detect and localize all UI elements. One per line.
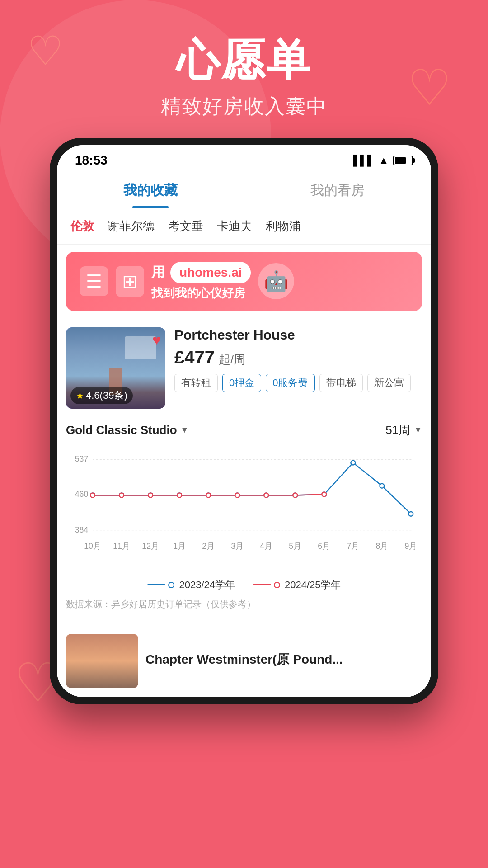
wifi-icon: ▲ (379, 155, 389, 166)
main-title: 心愿单 (0, 36, 488, 84)
tabs-bar: 我的收藏 我的看房 (57, 172, 431, 208)
tag-elevator: 带电梯 (319, 374, 363, 392)
banner-use-label: 用 (151, 263, 165, 282)
svg-text:537: 537 (75, 454, 89, 463)
svg-text:7月: 7月 (347, 541, 359, 550)
weeks-selector[interactable]: 51周 ▼ (385, 422, 422, 438)
banner-subtitle: 找到我的心仪好房 (151, 285, 251, 301)
weeks-label: 51周 (385, 422, 410, 438)
svg-text:460: 460 (75, 490, 89, 499)
sub-title: 精致好房收入囊中 (0, 93, 488, 120)
tag-fee: 0服务费 (266, 374, 314, 392)
svg-point-22 (206, 493, 211, 497)
city-london[interactable]: 伦敦 (70, 217, 94, 236)
svg-text:1月: 1月 (173, 541, 186, 550)
svg-text:5月: 5月 (289, 541, 301, 550)
header-section: 心愿单 精致好房收入囊中 (0, 0, 488, 138)
svg-point-18 (90, 493, 95, 497)
svg-text:9月: 9月 (404, 541, 417, 550)
banner-filter-icon: ☰ (80, 266, 108, 296)
city-filter: 伦敦 谢菲尔德 考文垂 卡迪夫 利物浦 (57, 208, 431, 245)
status-icons: ▌▌▌ ▲ (353, 155, 413, 166)
svg-text:4月: 4月 (260, 541, 272, 550)
property-card-2[interactable]: Chapter Westminster(原 Pound... (57, 625, 431, 697)
svg-point-24 (264, 493, 268, 497)
property-name-1: Portchester House (174, 327, 422, 343)
svg-point-17 (408, 511, 413, 516)
legend-label-blue: 2023/24学年 (179, 578, 235, 592)
banner-url: uhomes.ai (170, 262, 251, 283)
legend-dot-blue (168, 582, 174, 588)
chart-data-note: 数据来源：异乡好居历史订单记录（仅供参考） (66, 598, 422, 610)
legend-item-red: 2024/25学年 (253, 578, 341, 592)
legend-item-blue: 2023/24学年 (147, 578, 235, 592)
favorite-heart-icon[interactable]: ♥ (152, 332, 161, 349)
svg-point-20 (148, 493, 153, 497)
property-info-2: Chapter Westminster(原 Pound... (145, 651, 422, 671)
svg-text:2月: 2月 (202, 541, 215, 550)
rating-value: 4.6(39条) (86, 389, 127, 402)
banner-building-icon: ⊞ (116, 266, 144, 297)
chart-header: Gold Classic Studio ▼ 51周 ▼ (66, 422, 422, 438)
weeks-dropdown-icon: ▼ (414, 425, 422, 435)
property-img-2-bg (66, 634, 138, 688)
svg-point-15 (351, 460, 355, 465)
svg-point-19 (119, 493, 124, 497)
property-name-2: Chapter Westminster(原 Pound... (145, 651, 422, 668)
status-time: 18:53 (75, 153, 108, 168)
legend-label-red: 2024/25学年 (285, 578, 341, 592)
chart-svg: 537 460 384 (66, 445, 422, 572)
svg-text:384: 384 (75, 525, 89, 534)
svg-text:11月: 11月 (113, 541, 130, 550)
phone-mockup: 18:53 ▌▌▌ ▲ 我的收藏 我的看房 伦敦 (50, 138, 438, 704)
banner-row-1: 用 uhomes.ai (151, 262, 251, 283)
svg-text:3月: 3月 (231, 541, 244, 550)
price-suffix: 起/周 (219, 353, 245, 366)
banner-robot-icon: 🤖 (258, 263, 294, 299)
tab-my-collection[interactable]: 我的收藏 (57, 181, 244, 208)
price-amount: £477 (174, 347, 215, 367)
room-type-label: Gold Classic Studio (66, 423, 177, 437)
property-tags: 有转租 0押金 0服务费 带电梯 新公寓 (174, 374, 422, 392)
banner-text-content: 用 uhomes.ai 找到我的心仪好房 (151, 262, 251, 301)
property-main-content: ♥ ★ 4.6(39条) Portchester House £477 起/周 (66, 327, 422, 409)
property-price-1: £477 起/周 (174, 347, 422, 368)
svg-point-16 (380, 483, 384, 488)
tag-deposit: 0押金 (222, 374, 261, 392)
price-chart: 537 460 384 (66, 445, 422, 574)
tag-new: 新公寓 (367, 374, 411, 392)
property-image-2 (66, 634, 138, 688)
city-cardiff[interactable]: 卡迪夫 (217, 217, 252, 236)
star-icon: ★ (76, 390, 84, 401)
svg-point-25 (293, 493, 297, 497)
property-img-window (125, 336, 156, 359)
svg-text:12月: 12月 (142, 541, 159, 550)
tab-my-viewing[interactable]: 我的看房 (244, 181, 431, 208)
battery-icon (393, 156, 413, 165)
svg-point-26 (322, 492, 326, 496)
svg-text:6月: 6月 (318, 541, 330, 550)
uhomes-banner[interactable]: ☰ ⊞ 用 uhomes.ai 找到我的心仪好房 🤖 (66, 252, 422, 311)
svg-point-21 (177, 493, 182, 497)
city-coventry[interactable]: 考文垂 (168, 217, 203, 236)
chart-section: Gold Classic Studio ▼ 51周 ▼ (57, 418, 431, 619)
property-image-1: ♥ ★ 4.6(39条) (66, 327, 165, 409)
svg-text:10月: 10月 (84, 541, 101, 550)
room-dropdown-icon: ▼ (181, 425, 189, 435)
legend-dot-red (274, 582, 280, 588)
phone-screen: 18:53 ▌▌▌ ▲ 我的收藏 我的看房 伦敦 (57, 145, 431, 697)
rating-badge: ★ 4.6(39条) (70, 387, 133, 404)
room-type-selector[interactable]: Gold Classic Studio ▼ (66, 423, 188, 437)
legend-line-red (253, 584, 271, 585)
svg-text:8月: 8月 (375, 541, 388, 550)
chart-legend: 2023/24学年 2024/25学年 (66, 578, 422, 592)
signal-icon: ▌▌▌ (353, 155, 374, 166)
property-card-1[interactable]: ♥ ★ 4.6(39条) Portchester House £477 起/周 (57, 318, 431, 418)
svg-point-23 (235, 493, 239, 497)
status-bar: 18:53 ▌▌▌ ▲ (57, 145, 431, 172)
tag-sublease: 有转租 (174, 374, 218, 392)
city-sheffield[interactable]: 谢菲尔德 (108, 217, 155, 236)
property-info-1: Portchester House £477 起/周 有转租 0押金 0服务费 … (174, 327, 422, 409)
legend-line-blue (147, 584, 165, 585)
city-liverpool[interactable]: 利物浦 (266, 217, 301, 236)
